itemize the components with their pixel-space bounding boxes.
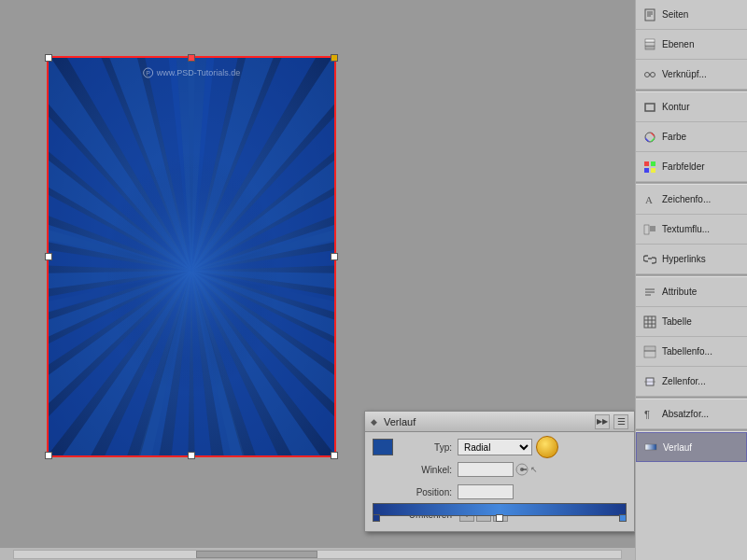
scroll-track[interactable]: [13, 550, 622, 559]
textumfluss-icon: [641, 221, 658, 238]
svg-rect-12: [645, 42, 655, 46]
svg-rect-37: [644, 346, 655, 351]
panel-item-farbfelder[interactable]: Farbfelder: [636, 152, 747, 182]
panel-item-farbe[interactable]: Farbe: [636, 122, 747, 152]
farbe-icon: [641, 129, 658, 146]
verlauf-winkel-input[interactable]: [458, 462, 514, 477]
svg-text:¶: ¶: [644, 409, 650, 420]
verlauf-winkel-row: Winkel: ↖: [373, 460, 627, 479]
svg-rect-19: [644, 161, 649, 166]
image-container[interactable]: P www.PSD-Tutorials.de: [47, 56, 336, 457]
gradient-stop-left[interactable]: [373, 514, 380, 522]
attribute-label: Attribute: [662, 287, 697, 297]
verlauf-type-select[interactable]: Radial Linear Winkel Reflektiert Raute: [458, 439, 532, 455]
panel-item-verlauf[interactable]: Verlauf: [636, 432, 747, 462]
svg-rect-1: [47, 56, 336, 457]
farbfelder-label: Farbfelder: [662, 161, 705, 172]
gradient-bar-container[interactable]: [373, 503, 627, 518]
verlauf-color-preview[interactable]: [373, 439, 393, 455]
verlauf-panel-icon: [642, 439, 659, 455]
zeichenfo-icon: A: [641, 191, 658, 208]
tabellenfo-icon: [641, 343, 658, 360]
gradient-center-handle[interactable]: [496, 514, 503, 522]
tabelle-label: Tabelle: [662, 316, 692, 327]
svg-rect-24: [644, 225, 649, 234]
verlauf-panel: ◆ Verlauf ▶▶ ☰ Typ: Radial Linear Winkel…: [364, 411, 635, 532]
svg-text:A: A: [645, 194, 653, 205]
panel-item-ebenen[interactable]: Ebenen: [636, 30, 747, 60]
horizontal-scrollbar[interactable]: [0, 547, 635, 560]
panel-item-hyperlinks[interactable]: Hyperlinks: [636, 245, 747, 274]
svg-rect-21: [644, 168, 649, 173]
verlauf-collapse-icon[interactable]: ◆: [371, 417, 377, 427]
seiten-icon: [641, 7, 658, 23]
panel-item-zellenfor[interactable]: Zellenfor...: [636, 367, 747, 397]
verlauf-winkel-label: Winkel:: [397, 465, 458, 475]
absatzfor-label: Absatzfor...: [662, 409, 709, 419]
verlauf-type-label: Typ:: [397, 442, 458, 453]
panel-item-textumfluss[interactable]: Textumflu...: [636, 215, 747, 245]
right-panel: Seiten Ebenen Verknüpf... Kontur Farbe F…: [635, 0, 747, 560]
winkel-dial-icon: [515, 463, 529, 476]
svg-rect-11: [645, 46, 655, 49]
farbfelder-icon: [641, 159, 658, 175]
watermark: P www.PSD-Tutorials.de: [143, 67, 241, 78]
panel-item-absatzfor[interactable]: ¶ Absatzfor...: [636, 399, 747, 429]
verlauf-position-label: Position:: [397, 487, 458, 497]
verlauf-panel-label: Verlauf: [663, 442, 692, 453]
ebenen-label: Ebenen: [662, 39, 694, 49]
canvas-area: P www.PSD-Tutorials.de ◆ Verlauf ▶▶ ☰: [0, 0, 635, 560]
kontur-label: Kontur: [662, 102, 689, 112]
zellenfor-icon: [641, 373, 658, 390]
scroll-thumb[interactable]: [196, 551, 317, 558]
svg-point-15: [651, 72, 655, 77]
zeichenfo-label: Zeichenfo...: [662, 194, 711, 204]
svg-rect-22: [651, 168, 655, 173]
seiten-label: Seiten: [662, 9, 688, 20]
svg-rect-42: [645, 444, 656, 450]
svg-text:P: P: [146, 70, 150, 77]
ebenen-icon: [641, 36, 658, 53]
svg-rect-13: [645, 39, 655, 42]
farbe-label: Farbe: [662, 132, 686, 142]
svg-rect-32: [644, 316, 655, 328]
cursor-icon: ↖: [530, 465, 538, 474]
panel-item-tabelle[interactable]: Tabelle: [636, 307, 747, 337]
gradient-stop-right[interactable]: [619, 514, 627, 522]
verlauf-yellow-circle[interactable]: [536, 436, 558, 458]
svg-point-14: [645, 72, 650, 77]
sunburst-image: [47, 56, 336, 457]
svg-rect-17: [645, 104, 655, 111]
verlauf-menu-btn[interactable]: ☰: [613, 414, 628, 429]
hyperlinks-icon: [641, 251, 658, 268]
panel-item-tabellenfo[interactable]: Tabellenfo...: [636, 337, 747, 367]
zellenfor-label: Zellenfor...: [662, 376, 706, 386]
panel-item-attribute[interactable]: Attribute: [636, 277, 747, 307]
verknuepf-icon: [641, 66, 658, 83]
textumfluss-label: Textumflu...: [662, 224, 710, 234]
panel-item-seiten[interactable]: Seiten: [636, 0, 747, 30]
svg-rect-20: [651, 161, 655, 166]
kontur-icon: [641, 99, 658, 116]
svg-rect-7: [645, 9, 655, 21]
panel-item-kontur[interactable]: Kontur: [636, 92, 747, 122]
panel-item-zeichenfo[interactable]: A Zeichenfo...: [636, 185, 747, 215]
attribute-icon: [641, 284, 658, 301]
hyperlinks-label: Hyperlinks: [662, 254, 706, 264]
verlauf-position-row: Position:: [373, 483, 627, 501]
watermark-icon: P: [143, 67, 154, 78]
gradient-bar[interactable]: [373, 503, 627, 516]
verlauf-type-row: Typ: Radial Linear Winkel Reflektiert Ra…: [373, 438, 627, 456]
watermark-text: www.PSD-Tutorials.de: [157, 68, 241, 77]
tabelle-icon: [641, 314, 658, 330]
verknuepf-label: Verknüpf...: [662, 69, 707, 79]
verlauf-header: ◆ Verlauf ▶▶ ☰: [365, 412, 634, 432]
tabellenfo-label: Tabellenfo...: [662, 346, 712, 357]
verlauf-position-input[interactable]: [458, 484, 514, 499]
absatzfor-icon: ¶: [641, 406, 658, 423]
verlauf-title: Verlauf: [384, 416, 591, 427]
panel-item-verknuepf[interactable]: Verknüpf...: [636, 60, 747, 90]
verlauf-expand-btn[interactable]: ▶▶: [595, 414, 610, 429]
svg-rect-38: [644, 351, 655, 357]
